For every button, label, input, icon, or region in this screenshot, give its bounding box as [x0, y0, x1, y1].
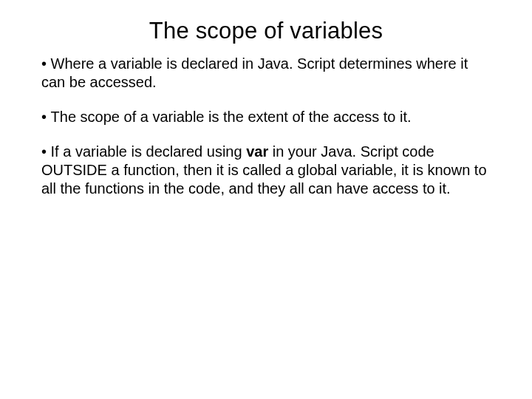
bullet-mark: •: [41, 55, 51, 72]
bullet-mark: •: [41, 109, 51, 125]
bullet-text: Where a variable is declared in Java. Sc…: [41, 55, 468, 90]
slide-title: The scope of variables: [41, 18, 491, 44]
bullet-text: The scope of a variable is the extent of…: [51, 109, 412, 125]
slide: The scope of variables • Where a variabl…: [0, 0, 532, 399]
bullet-text: var: [246, 143, 268, 160]
bullet-item: • The scope of a variable is the extent …: [41, 108, 491, 126]
bullet-text: If a variable is declared using: [51, 143, 247, 160]
bullet-item: • Where a variable is declared in Java. …: [41, 55, 491, 92]
bullet-mark: •: [41, 143, 51, 160]
bullet-item: • If a variable is declared using var in…: [41, 143, 491, 198]
slide-body: • Where a variable is declared in Java. …: [41, 55, 491, 198]
